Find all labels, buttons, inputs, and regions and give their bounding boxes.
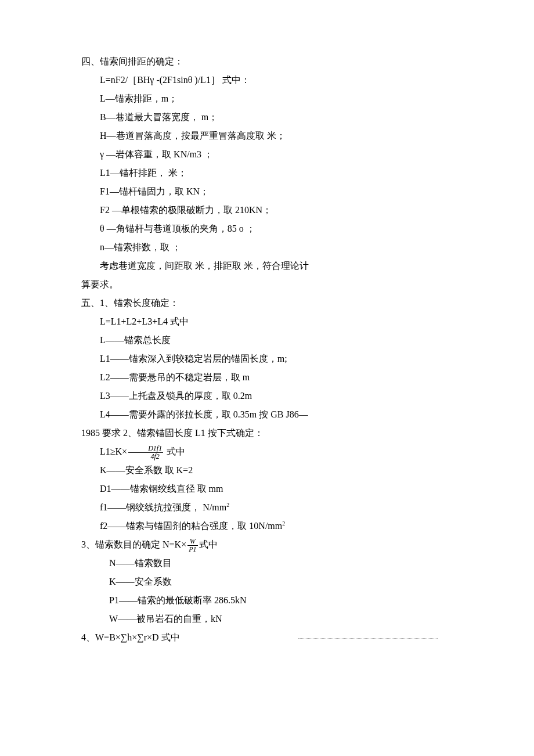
s5-L2: L2——需要悬吊的不稳定岩层，取 m bbox=[81, 368, 453, 387]
s5-f1-text: f1——钢绞线抗拉强度， N/mm bbox=[100, 502, 226, 512]
superscript-2: 2 bbox=[226, 502, 229, 508]
s5-L4: L4——需要外露的张拉长度，取 0.35m 按 GB J86— bbox=[81, 405, 453, 424]
s5-D1: D1——锚索钢绞线直径 取 mm bbox=[81, 480, 453, 498]
section-4-heading: 四、锚索间排距的确定： bbox=[81, 52, 453, 71]
s5-2-prefix: L1≥K× bbox=[100, 447, 127, 456]
s4-gamma: γ —岩体容重，取 KN/m3 ； bbox=[81, 145, 453, 164]
s4-formula: L=nF2/［BHγ -(2F1sinθ )/L1］ 式中： bbox=[81, 71, 453, 89]
s5-L1: L1——锚索深入到较稳定岩层的锚固长度，m; bbox=[81, 350, 453, 368]
s5-2-suffix: 式中 bbox=[164, 447, 185, 456]
s4-L1: L1—锚杆排距， 米； bbox=[81, 164, 453, 182]
s4-n: n—锚索排数，取 ； bbox=[81, 238, 453, 257]
s5-3-suffix: 式中 bbox=[199, 539, 218, 549]
dotted-line-icon bbox=[298, 638, 438, 639]
s5-3-W: W——被吊岩石的自重，kN bbox=[81, 610, 453, 628]
s4-conclusion-2: 算要求。 bbox=[81, 275, 453, 294]
s5-3-formula: 3、锚索数目的确定 N=K×WP1式中 bbox=[81, 535, 453, 554]
s5-3-K: K——安全系数 bbox=[81, 573, 453, 591]
s5-3-prefix: 3、锚索数目的确定 N=K× bbox=[81, 539, 186, 549]
s5-L: L——锚索总长度 bbox=[81, 331, 453, 350]
s4-B: B—巷道最大冒落宽度， m； bbox=[81, 108, 453, 127]
s5-3-P1: P1——锚索的最低破断率 286.5kN bbox=[81, 591, 453, 610]
s5-formula: L=L1+L2+L3+L4 式中 bbox=[81, 312, 453, 331]
s5-K: K——安全系数 取 K=2 bbox=[81, 461, 453, 480]
s4-L: L—锚索排距，m； bbox=[81, 89, 453, 108]
s5-4-text: 4、W=B×∑h×∑r×D 式中 bbox=[81, 632, 180, 642]
s5-L3: L3——上托盘及锁具的厚度，取 0.2m bbox=[81, 387, 453, 405]
s5-2-formula: L1≥K×D1f14f2 式中 bbox=[81, 442, 453, 461]
frac-num-2: W bbox=[187, 538, 197, 545]
superscript-2: 2 bbox=[282, 520, 285, 527]
section-5-heading: 五、1、锚索长度确定： bbox=[81, 294, 453, 312]
s4-conclusion-1: 考虑巷道宽度，间距取 米，排距取 米，符合理论计 bbox=[81, 257, 453, 275]
s4-F2: F2 —单根锚索的极限破断力，取 210KN； bbox=[81, 201, 453, 219]
s5-4: 4、W=B×∑h×∑r×D 式中 bbox=[81, 628, 453, 647]
fraction-icon: D1f14f2 bbox=[128, 445, 163, 460]
s4-H: H—巷道冒落高度，按最严重冒落高度取 米； bbox=[81, 127, 453, 145]
frac-den: 4f2 bbox=[128, 452, 163, 460]
s5-3-N: N——锚索数目 bbox=[81, 554, 453, 573]
s4-F1: F1—锚杆锚固力，取 KN； bbox=[81, 182, 453, 201]
s4-theta: θ —角锚杆与巷道顶板的夹角，85 o ； bbox=[81, 219, 453, 238]
frac-den-2: P1 bbox=[187, 545, 197, 553]
s5-last: 1985 要求 2、锚索锚固长度 L1 按下式确定： bbox=[81, 424, 453, 442]
s5-f1: f1——钢绞线抗拉强度， N/mm2 bbox=[81, 498, 453, 517]
s5-f2-text: f2——锚索与锚固剂的粘合强度，取 10N/mm bbox=[100, 521, 282, 531]
fraction-icon: WP1 bbox=[187, 538, 197, 553]
frac-num: D1f1 bbox=[128, 445, 163, 452]
s5-f2: f2——锚索与锚固剂的粘合强度，取 10N/mm2 bbox=[81, 517, 453, 535]
